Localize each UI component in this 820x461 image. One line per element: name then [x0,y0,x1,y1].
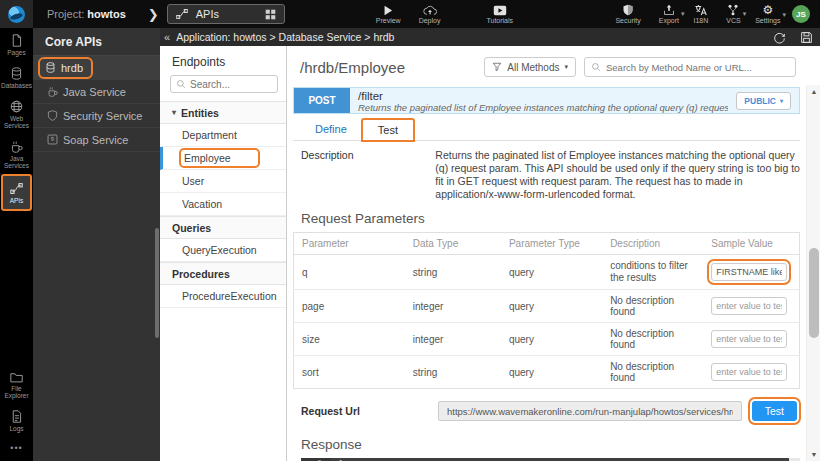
rail-label: Java Services [1,155,32,169]
sample-value-input-size[interactable] [711,330,787,348]
core-apis-panel: Core APIs hrdb Java Service Security Ser… [33,28,160,461]
tab-test[interactable]: Test [362,119,414,141]
procedures-section-header[interactable]: Procedures [160,262,286,285]
param-type: query [501,255,602,290]
chevron-down-icon: ▾ [681,10,685,18]
endpoint-label: Employee [182,151,257,165]
rail-item-logs[interactable]: Logs [1,404,32,437]
service-item-security-service[interactable]: Security Service [33,104,160,128]
api-connector-icon [10,182,23,195]
table-row: page integer query No description found [294,290,800,323]
method-search-input[interactable] [606,62,789,73]
endpoints-panel: Endpoints ▾ Entities Department Employee… [160,46,287,461]
refresh-icon[interactable] [773,31,786,44]
app-header: « Application: howtos > Database Service… [160,28,820,46]
test-button[interactable]: Test [752,401,797,421]
entities-section-header[interactable]: ▾ Entities [160,101,286,124]
request-url-input[interactable] [438,401,742,421]
main-scrollbar[interactable]: ▲ ▼ [806,85,820,461]
caret-down-icon: ▾ [564,63,568,71]
endpoint-label: User [182,175,204,187]
sample-value-input-sort[interactable] [711,363,787,381]
param-description: No description found [602,290,703,323]
method-tabs: Define Test [293,119,800,141]
apis-workspace-tab[interactable]: APIs [167,4,285,24]
method-path: /filter [358,90,728,102]
wavemaker-logo[interactable] [0,0,33,28]
method-summary: Returns the paginated list of Employee i… [358,102,728,113]
param-data-type: integer [405,290,501,323]
caret-down-icon: ▾ [172,108,176,117]
preview-label: Preview [376,17,401,24]
coffee-icon [47,86,58,97]
user-avatar[interactable]: JS [792,5,810,23]
methods-filter-label: All Methods [507,62,559,73]
cloud-upload-icon [423,5,437,16]
methods-filter-dropdown[interactable]: All Methods ▾ [484,57,576,77]
service-label: Java Service [63,86,126,98]
endpoints-search[interactable] [170,75,278,93]
rail-item-java-services[interactable]: Java Services [1,134,32,174]
database-icon [45,62,56,73]
rail-item-pages[interactable]: Pages [1,28,32,61]
save-icon[interactable] [800,31,813,44]
vcs-label: VCS [726,17,740,24]
soap-icon [47,134,58,145]
endpoint-item-employee[interactable]: Employee [160,147,286,170]
rail-item-apis[interactable]: APIs [1,174,32,211]
service-label: Soap Service [63,134,128,146]
collapse-panel-icon[interactable]: « [160,31,176,43]
apis-tab-label: APIs [196,8,257,20]
main-scroll-thumb[interactable] [809,248,819,338]
rail-item-file-explorer[interactable]: File Explorer [1,365,32,404]
scroll-down-icon[interactable]: ▼ [807,451,820,458]
sample-value-input-q[interactable] [711,263,787,281]
page-title: /hrdb/Employee [300,59,476,76]
request-parameters-table: Parameter Data Type Parameter Type Descr… [293,232,800,389]
top-bar: Project: howtos ❯ APIs Preview Deploy Tu… [0,0,820,28]
coffee-icon [10,140,23,153]
breadcrumb: Application: howtos > Database Service >… [176,31,766,43]
gear-icon: ⚙ [762,5,773,16]
col-data-type: Data Type [405,233,501,255]
col-parameter-type: Parameter Type [501,233,602,255]
i18n-button[interactable]: I18N [693,4,708,24]
settings-button[interactable]: ⚙ Settings [755,5,780,24]
endpoint-item-procedureexecution[interactable]: ProcedureExecution [160,285,286,308]
endpoint-item-queryexecution[interactable]: QueryExecution [160,239,286,262]
method-search[interactable] [584,57,796,77]
panel-scrollbar[interactable] [155,228,159,338]
shield-icon [47,110,58,121]
tutorials-button[interactable]: Tutorials [486,5,513,24]
param-data-type: string [405,255,501,290]
vcs-button[interactable]: VCS [726,4,740,24]
endpoint-item-department[interactable]: Department [160,124,286,147]
service-item-soap-service[interactable]: Soap Service [33,128,160,152]
response-title: Response [293,421,800,458]
play-icon [382,5,394,16]
sample-value-input-page[interactable] [711,297,787,315]
rail-item-web-services[interactable]: Web Services [1,94,32,134]
rail-label: File Explorer [1,385,32,399]
tab-define[interactable]: Define [300,119,362,140]
more-dots-icon[interactable]: ••• [10,437,22,461]
deploy-button[interactable]: Deploy [419,5,441,24]
scroll-up-icon[interactable]: ▲ [807,88,820,95]
rail-item-databases[interactable]: Databases [1,61,32,94]
endpoint-label: QueryExecution [182,244,257,256]
service-item-java-service[interactable]: Java Service [33,80,160,104]
export-button[interactable]: Export [659,4,679,24]
endpoint-item-user[interactable]: User [160,170,286,193]
queries-section-header[interactable]: Queries [160,216,286,239]
grid-icon[interactable] [265,9,276,20]
endpoint-item-vacation[interactable]: Vacation [160,193,286,216]
preview-button[interactable]: Preview [376,5,401,24]
tutorials-label: Tutorials [486,17,513,24]
method-row-post-filter[interactable]: POST /filter Returns the paginated list … [293,87,800,114]
caret-down-icon: ▾ [780,97,783,104]
endpoints-search-input[interactable] [190,79,270,90]
visibility-dropdown[interactable]: PUBLIC ▾ [736,92,791,110]
service-item-hrdb[interactable]: hrdb [33,56,160,80]
main-content: /hrdb/Employee All Methods ▾ POST /filte… [287,46,820,461]
security-button[interactable]: Security [615,4,640,24]
